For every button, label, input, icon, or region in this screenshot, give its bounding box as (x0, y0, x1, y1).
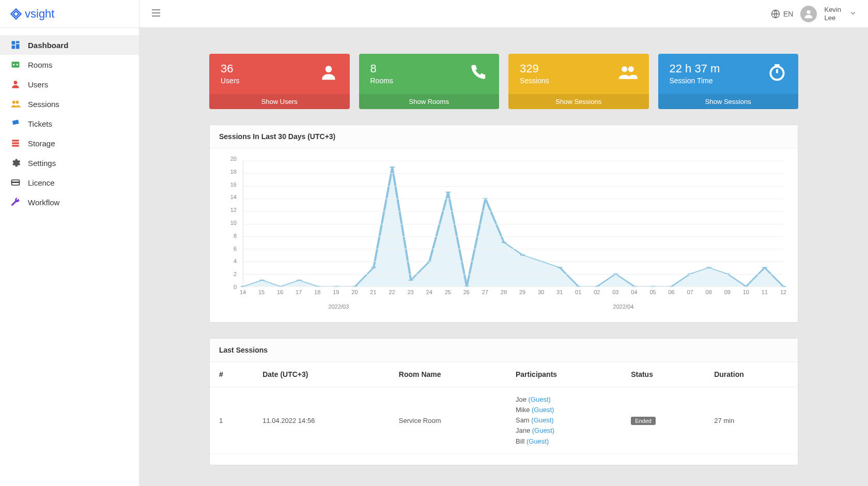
sidebar-item-label: Licence (28, 178, 55, 187)
cell-status: Ended (622, 387, 705, 454)
gear-icon (10, 158, 21, 168)
sessions-chart: 02468101214161820 1415161718192021222324… (219, 159, 788, 298)
sidebar-item-sessions[interactable]: Sessions (0, 94, 139, 114)
table-header: Room Name (390, 362, 506, 387)
y-tick-label: 0 (234, 284, 237, 290)
user-menu-chevron[interactable] (848, 8, 858, 20)
svg-point-33 (445, 192, 451, 193)
svg-point-11 (16, 101, 19, 104)
svg-point-50 (762, 267, 767, 268)
x-tick-label: 09 (724, 289, 731, 295)
licence-icon (10, 177, 21, 188)
y-tick-label: 14 (230, 194, 237, 200)
table-header: Participants (506, 362, 622, 387)
sidebar-item-label: Storage (28, 139, 55, 148)
sidebar-item-licence[interactable]: Licence (0, 173, 139, 192)
y-tick-label: 6 (234, 246, 237, 252)
card-link[interactable]: Show Users (209, 94, 350, 109)
x-tick-label: 03 (612, 289, 618, 295)
svg-rect-6 (12, 62, 20, 68)
wrench-icon (10, 197, 21, 207)
stat-card-users: 36UsersShow Users (209, 54, 350, 109)
sidebar-item-users[interactable]: Users (0, 74, 139, 94)
main-content: 36UsersShow Users8RoomsShow Rooms329Sess… (140, 28, 868, 486)
svg-point-10 (12, 101, 16, 104)
cell-num: 1 (210, 387, 253, 454)
y-tick-label: 10 (230, 220, 237, 226)
x-tick-label: 22 (389, 289, 395, 295)
sidebar-item-label: Workflow (28, 198, 59, 207)
svg-point-36 (501, 242, 506, 243)
table-header: Duration (705, 362, 798, 387)
x-tick-label: 24 (426, 289, 432, 295)
svg-point-17 (325, 66, 332, 72)
y-tick-label: 20 (230, 156, 237, 162)
y-tick-label: 2 (234, 271, 237, 277)
sidebar-item-workflow[interactable]: Workflow (0, 192, 139, 212)
sidebar-item-tickets[interactable]: Tickets (0, 114, 139, 133)
card-label: Users (221, 77, 240, 85)
card-link[interactable]: Show Rooms (359, 94, 500, 109)
language-label: EN (783, 10, 793, 18)
sidebar-item-dashboard[interactable]: Dashboard (0, 35, 139, 55)
hamburger-icon (150, 7, 162, 19)
svg-point-29 (371, 267, 376, 268)
card-value: 36 (221, 62, 240, 75)
chevron-down-icon (848, 8, 858, 18)
dashboard-icon (10, 40, 21, 50)
svg-rect-14 (12, 145, 19, 146)
logo-icon (9, 7, 23, 21)
svg-point-20 (770, 67, 783, 80)
logo-area: vsight (0, 0, 140, 27)
sidebar-item-settings[interactable]: Settings (0, 153, 139, 173)
y-tick-label: 18 (230, 169, 237, 175)
x-tick-label: 16 (277, 289, 283, 295)
chart-panel-title: Sessions In Last 30 Days (UTC+3) (210, 125, 798, 148)
svg-point-31 (408, 280, 413, 281)
x-tick-label: 18 (314, 289, 320, 295)
table-row[interactable]: 111.04.2022 14:56Service RoomJoe (Guest)… (210, 387, 798, 454)
sidebar-item-rooms[interactable]: Rooms (0, 55, 139, 74)
y-tick-label: 8 (234, 233, 237, 239)
timer-icon (767, 63, 787, 84)
globe-icon (770, 9, 781, 19)
menu-toggle-button[interactable] (150, 7, 162, 21)
sessions-table: #Date (UTC+3)Room NameParticipantsStatus… (210, 362, 798, 454)
people-icon (618, 63, 638, 84)
card-label: Session Time (670, 77, 720, 85)
table-header: # (210, 362, 253, 387)
header: vsight EN Kevin Lee (0, 0, 868, 28)
status-badge: Ended (631, 417, 656, 425)
x-tick-label: 07 (687, 289, 693, 295)
avatar[interactable] (800, 6, 817, 22)
x-tick-label: 02 (594, 289, 600, 295)
phone-icon (468, 63, 488, 84)
card-link[interactable]: Show Sessions (508, 94, 649, 109)
storage-icon (10, 138, 21, 148)
sidebar-item-storage[interactable]: Storage (0, 133, 139, 153)
svg-point-7 (13, 64, 14, 65)
svg-rect-2 (12, 41, 16, 45)
sidebar-item-label: Settings (28, 159, 56, 168)
x-tick-label: 29 (519, 289, 525, 295)
user-menu[interactable]: Kevin Lee (824, 6, 841, 22)
table-header: Date (UTC+3) (253, 362, 390, 387)
sidebar-item-label: Tickets (28, 119, 52, 128)
x-tick-label: 23 (407, 289, 413, 295)
svg-point-19 (628, 66, 633, 72)
room-icon (10, 59, 21, 70)
svg-rect-16 (12, 181, 20, 183)
x-tick-label: 31 (556, 289, 563, 295)
sidebar-item-label: Rooms (28, 60, 53, 69)
language-selector[interactable]: EN (770, 9, 793, 19)
stat-card-session-time: 22 h 37 mSession TimeShow Sessions (658, 54, 799, 109)
user-last-name: Lee (824, 14, 841, 22)
sidebar-item-label: Users (28, 80, 48, 89)
y-tick-label: 12 (230, 207, 237, 213)
x-tick-label: 20 (351, 289, 358, 295)
card-label: Sessions (520, 77, 549, 85)
card-link[interactable]: Show Sessions (658, 94, 799, 109)
logo[interactable]: vsight (9, 7, 54, 21)
cell-date: 11.04.2022 14:56 (253, 387, 390, 454)
avatar-icon (803, 8, 814, 20)
